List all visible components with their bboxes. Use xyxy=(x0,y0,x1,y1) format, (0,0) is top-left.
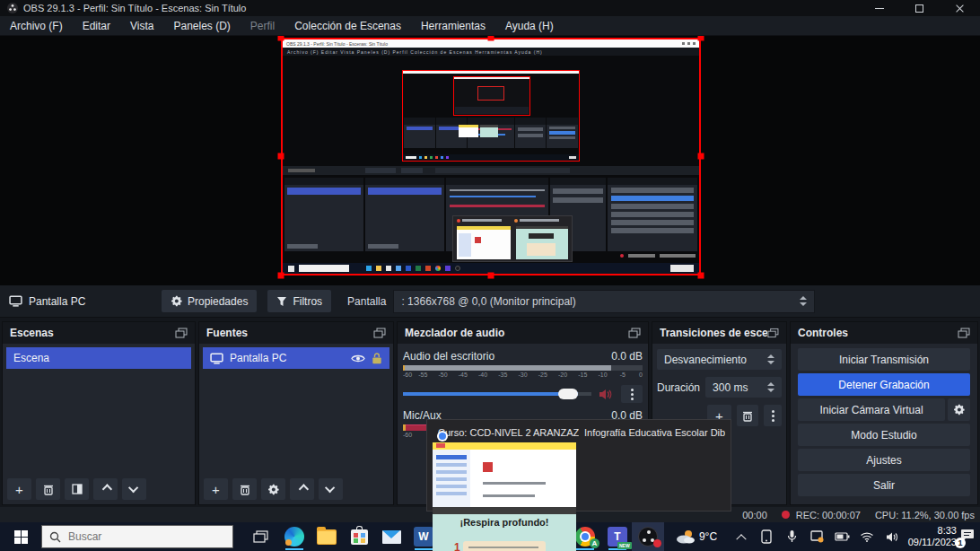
selection-handle-mid-right[interactable] xyxy=(698,153,704,160)
start-virtual-camera-button[interactable]: Iniciar Cámara Virtual xyxy=(798,398,945,421)
popout-icon[interactable] xyxy=(373,328,386,338)
taskbar-edge[interactable] xyxy=(278,522,311,551)
close-button[interactable] xyxy=(940,0,980,16)
duration-spinner[interactable]: 300 ms xyxy=(705,377,782,398)
menu-vista[interactable]: Vista xyxy=(120,16,163,36)
selected-source-bounding-box[interactable]: OBS 29.1.3 - Perfil: Sin Título - Escena… xyxy=(281,38,701,276)
popout-icon[interactable] xyxy=(958,328,970,338)
menu-coleccion[interactable]: Colección de Escenas xyxy=(284,16,411,36)
taskbar-mail[interactable] xyxy=(375,522,407,551)
audio-options-kebab-button[interactable] xyxy=(621,385,643,403)
tray-microphone[interactable] xyxy=(779,522,804,551)
source-down-button[interactable] xyxy=(319,478,343,500)
gear-icon xyxy=(171,295,182,307)
tray-expand-button[interactable] xyxy=(729,522,754,551)
volume-slider-handle[interactable] xyxy=(558,389,578,399)
taskbar-store[interactable] xyxy=(343,522,375,551)
sources-toolbar: + xyxy=(204,478,343,500)
scene-filters-button[interactable] xyxy=(65,478,89,500)
tray-app-window[interactable] xyxy=(804,522,829,551)
window-thumbnail-course[interactable] xyxy=(433,442,576,507)
minimize-button[interactable] xyxy=(859,0,899,16)
taskbar-explorer[interactable] xyxy=(311,522,343,551)
taskbar-search-box[interactable] xyxy=(41,525,233,548)
recording-dot-icon xyxy=(782,511,790,519)
remove-transition-button[interactable] xyxy=(737,405,758,426)
properties-label: Propiedades xyxy=(188,295,248,308)
transition-select[interactable]: Desvanecimiento xyxy=(657,349,782,370)
taskbar-obs-active[interactable] xyxy=(632,522,664,551)
studio-mode-button[interactable]: Modo Estudio xyxy=(798,424,970,446)
popout-icon[interactable] xyxy=(628,328,641,338)
spinner-arrows-icon[interactable] xyxy=(767,382,774,392)
menu-archivo[interactable]: Archivo (F) xyxy=(0,16,73,36)
controls-panel-header: Controles xyxy=(791,322,977,344)
transition-options-kebab-button[interactable] xyxy=(764,405,782,426)
scene-up-button[interactable] xyxy=(93,478,118,500)
menu-herramientas[interactable]: Herramientas xyxy=(411,16,495,36)
window-thumbnail-infografia[interactable]: ¡Respira profundo! 1 2 xyxy=(433,507,576,551)
transitions-panel-header: Transiciones de esce... xyxy=(652,322,786,344)
scene-down-button[interactable] xyxy=(122,478,146,500)
start-button[interactable] xyxy=(0,522,41,551)
tray-battery[interactable] xyxy=(829,522,854,551)
spinner-arrows-icon[interactable] xyxy=(767,354,774,364)
add-scene-button[interactable]: + xyxy=(7,478,31,500)
display-select[interactable]: : 1366x768 @ 0,0 (Monitor principal) xyxy=(393,290,815,313)
tray-phone-link[interactable] xyxy=(754,522,779,551)
menu-perfil[interactable]: Perfil xyxy=(241,16,284,36)
source-up-button[interactable] xyxy=(290,478,314,500)
controls-title: Controles xyxy=(798,327,848,339)
source-list-item[interactable]: Pantalla PC xyxy=(203,347,389,369)
start-streaming-button[interactable]: Iniciar Transmisión xyxy=(798,348,970,371)
lock-unlocked-icon[interactable] xyxy=(372,353,382,364)
scenes-title: Escenas xyxy=(10,327,54,339)
taskbar-weather[interactable]: 9°C xyxy=(671,522,722,551)
eye-visible-icon[interactable] xyxy=(351,354,365,363)
trash-icon xyxy=(240,484,250,495)
taskbar-window-preview-popup: Curso: CCD-NIVEL 2 ARANZAZ... Infografía… xyxy=(426,419,731,512)
task-view-button[interactable] xyxy=(244,522,276,551)
taskbar-teams[interactable]: TNEW xyxy=(601,522,634,551)
filters-button[interactable]: Filtros xyxy=(267,290,331,312)
notification-center-button[interactable]: 1 xyxy=(955,522,980,551)
maximize-icon xyxy=(915,4,923,13)
menu-paneles[interactable]: Paneles (D) xyxy=(164,16,241,36)
controls-body: Iniciar Transmisión Detener Grabación In… xyxy=(791,344,977,501)
selection-handle-bottom-center[interactable] xyxy=(488,273,494,279)
preview-area[interactable]: OBS 29.1.3 - Perfil: Sin Título - Escena… xyxy=(0,36,980,285)
volume-slider[interactable] xyxy=(403,389,591,399)
selection-handle-bottom-left[interactable] xyxy=(278,273,284,279)
scene-filter-icon xyxy=(72,484,83,494)
mini-menubar-text: Archivo (F) Editar Vista Paneles (D) Per… xyxy=(287,49,543,55)
mini-controls xyxy=(608,178,697,251)
settings-button[interactable]: Ajustes xyxy=(798,449,970,471)
stop-recording-button[interactable]: Detener Grabación xyxy=(798,373,970,396)
remove-source-button[interactable] xyxy=(232,478,257,500)
menu-ayuda[interactable]: Ayuda (H) xyxy=(495,16,564,36)
spinner-arrows-icon[interactable] xyxy=(800,296,807,306)
remove-scene-button[interactable] xyxy=(36,478,60,500)
scene-list-item[interactable]: Escena xyxy=(6,347,191,369)
speaker-muted-icon[interactable] xyxy=(599,389,614,400)
tray-wifi[interactable] xyxy=(854,522,879,551)
source-properties-button[interactable] xyxy=(261,478,285,500)
selection-handle-bottom-right[interactable] xyxy=(698,273,704,279)
popout-icon[interactable] xyxy=(175,328,188,338)
add-source-button[interactable]: + xyxy=(204,478,228,500)
exit-button[interactable]: Salir xyxy=(798,474,970,496)
tray-volume[interactable] xyxy=(879,522,905,551)
search-input[interactable] xyxy=(68,530,203,543)
meter-fill xyxy=(405,365,611,371)
microphone-icon xyxy=(787,529,797,544)
maximize-button[interactable] xyxy=(899,0,940,16)
virtual-camera-settings-button[interactable] xyxy=(948,398,970,421)
selection-handle-mid-left[interactable] xyxy=(278,153,284,160)
sources-panel-header: Fuentes xyxy=(199,322,393,344)
taskbar-clock[interactable]: 8:33 09/11/2023 xyxy=(908,525,957,548)
menu-editar[interactable]: Editar xyxy=(73,16,120,36)
mini-thumb-teal xyxy=(480,125,498,137)
properties-button[interactable]: Propiedades xyxy=(162,290,257,312)
chrome-profile-badge: A xyxy=(590,538,599,548)
popout-icon[interactable] xyxy=(767,328,779,338)
